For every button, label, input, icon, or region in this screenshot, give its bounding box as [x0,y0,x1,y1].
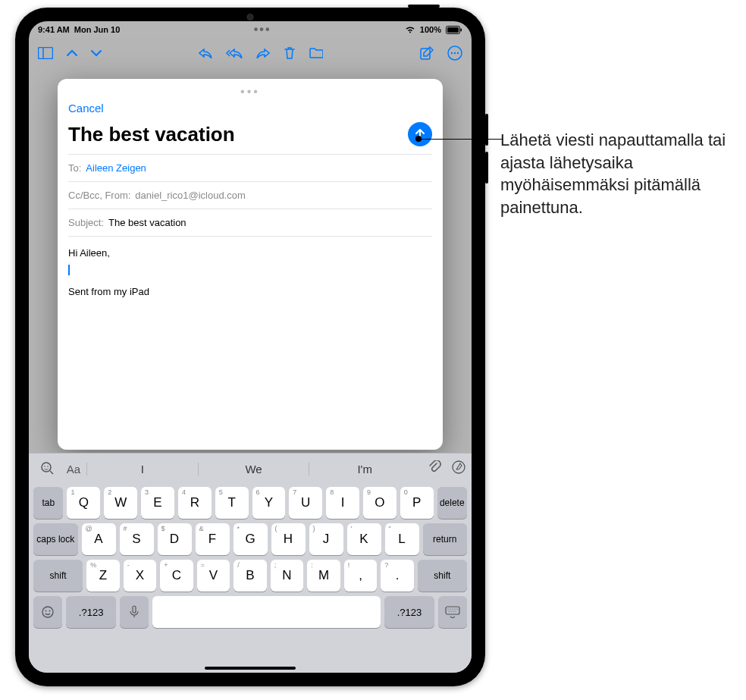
svg-point-19 [447,608,448,609]
svg-rect-3 [39,48,53,59]
key-emoji[interactable] [33,596,62,628]
key-dictate[interactable] [120,596,149,628]
battery-percent: 100% [420,25,441,34]
subject-value: The best vacation [108,217,186,228]
key-d[interactable]: D$ [158,523,192,555]
keyboard: Aa I We I'm tab Q1W2E3R4T5Y6U7I8O9P0dele… [29,453,472,673]
key-i[interactable]: I8 [326,487,359,519]
multitask-dots[interactable]: ••• [254,23,271,36]
cancel-button[interactable]: Cancel [68,102,104,115]
svg-point-11 [44,466,45,467]
ipad-frame: 9:41 AM Mon Jun 10 ••• 100% [15,8,485,686]
chevron-down-icon[interactable] [91,49,102,58]
ccbcc-field[interactable]: Cc/Bcc, From: daniel_rico1@icloud.com [68,181,432,209]
prediction-3[interactable]: I'm [309,463,420,476]
svg-point-16 [49,611,51,612]
key-hide-keyboard[interactable] [438,596,467,628]
key-capslock[interactable]: caps lock [33,523,78,555]
key-k[interactable]: K' [347,523,381,555]
key-f[interactable]: F& [196,523,230,555]
key-u[interactable]: U7 [289,487,322,519]
to-field[interactable]: To: Aileen Zeigen [68,154,432,181]
forward-icon[interactable] [256,48,270,58]
key-y[interactable]: Y6 [252,487,286,519]
status-bar: 9:41 AM Mon Jun 10 ••• 100% [29,21,472,38]
key-x[interactable]: X- [124,560,157,592]
key-tab[interactable]: tab [33,487,63,519]
svg-point-9 [457,52,459,54]
key-space[interactable] [152,596,381,628]
key-e[interactable]: E3 [141,487,174,519]
key-z[interactable]: Z% [86,560,120,592]
svg-point-13 [453,461,465,473]
trash-icon[interactable] [284,46,296,60]
chevron-up-icon[interactable] [67,49,77,58]
markup-icon[interactable] [452,460,465,477]
status-date: Mon Jun 10 [74,25,121,34]
compose-icon[interactable] [420,46,434,60]
svg-point-25 [450,611,451,611]
key-b[interactable]: B/ [234,560,267,592]
key-t[interactable]: T5 [215,487,249,519]
compose-title: The best vacation [68,123,235,146]
mail-toolbar [29,38,472,68]
emoji-search-icon[interactable] [35,461,61,476]
body-greeting: Hi Aileen, [68,246,432,261]
key-n[interactable]: N; [271,560,304,592]
status-time: 9:41 AM [38,25,70,34]
folder-icon[interactable] [309,48,323,58]
key-j[interactable]: J) [309,523,343,555]
key-r[interactable]: R4 [178,487,212,519]
key-v[interactable]: V= [197,560,230,592]
key-punct[interactable]: ,! [344,560,378,592]
subject-field[interactable]: Subject: The best vacation [68,209,432,236]
key-o[interactable]: O9 [363,487,397,519]
prediction-2[interactable]: We [198,463,309,476]
svg-point-23 [456,608,457,609]
home-indicator[interactable] [205,667,296,670]
more-icon[interactable] [447,46,462,61]
key-delete[interactable]: delete [437,487,467,519]
svg-point-24 [448,611,449,611]
key-q[interactable]: Q1 [67,487,100,519]
svg-point-14 [42,607,53,617]
key-shift-left[interactable]: shift [33,560,83,592]
svg-rect-18 [446,607,459,614]
reply-icon[interactable] [199,48,212,58]
key-p[interactable]: P0 [400,487,434,519]
svg-rect-17 [133,606,136,613]
volume-down-hw [485,152,488,184]
key-symbols-left[interactable]: .?123 [66,596,116,628]
svg-point-22 [454,608,455,609]
key-c[interactable]: C+ [160,560,193,592]
key-return[interactable]: return [423,523,468,555]
prediction-1[interactable]: I [86,463,198,476]
svg-point-15 [45,611,47,612]
svg-point-27 [455,611,456,611]
signature: Sent from my iPad [68,284,432,300]
key-punct[interactable]: .? [381,560,414,592]
svg-rect-2 [461,28,462,31]
attach-icon[interactable] [428,460,441,477]
reply-all-icon[interactable] [226,48,243,58]
callout-text: Lähetä viesti napauttamalla tai ajasta l… [500,129,728,219]
key-shift-right[interactable]: shift [418,560,467,592]
key-symbols-right[interactable]: .?123 [384,596,434,628]
svg-point-21 [452,608,453,609]
key-g[interactable]: G* [234,523,268,555]
svg-point-26 [453,611,453,611]
body-textarea[interactable]: Hi Aileen, Sent from my iPad [68,236,432,441]
wifi-icon [405,26,415,34]
format-button[interactable]: Aa [61,463,86,476]
svg-point-8 [454,52,456,54]
key-m[interactable]: M: [307,560,340,592]
key-h[interactable]: H( [271,523,306,555]
svg-point-12 [47,466,49,467]
key-a[interactable]: A@ [82,523,116,555]
key-w[interactable]: W2 [104,487,137,519]
key-l[interactable]: L" [385,523,419,555]
power-hw [408,5,440,8]
key-s[interactable]: S# [120,523,154,555]
sheet-grabber[interactable]: ••• [240,85,260,99]
sidebar-toggle-icon[interactable] [38,47,53,59]
